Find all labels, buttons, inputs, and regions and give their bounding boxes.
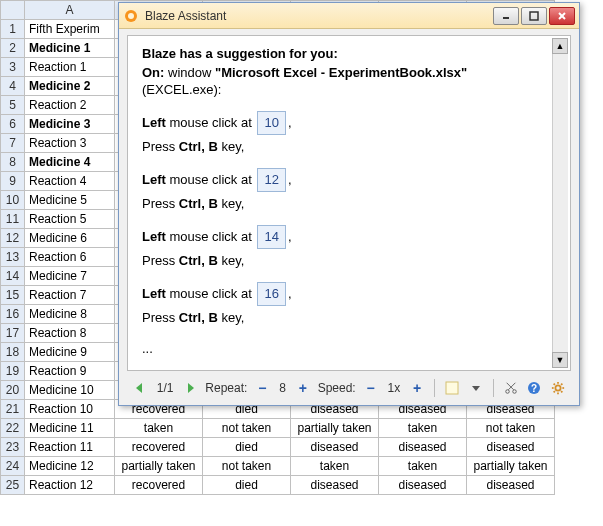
row-header[interactable]: 7 xyxy=(1,134,25,153)
cell[interactable]: taken xyxy=(379,457,467,476)
cell[interactable]: died xyxy=(203,476,291,495)
cell[interactable]: Medicine 2 xyxy=(25,77,115,96)
speed-minus[interactable]: − xyxy=(362,379,380,397)
cell[interactable]: diseased xyxy=(467,476,555,495)
cell[interactable]: Medicine 3 xyxy=(25,115,115,134)
step-click: Left mouse click at 14, xyxy=(142,225,556,249)
cell[interactable]: partially taken xyxy=(291,419,379,438)
note-icon[interactable] xyxy=(443,379,461,397)
svg-line-20 xyxy=(554,391,555,392)
step-number[interactable]: 14 xyxy=(257,225,285,249)
cell[interactable]: diseased xyxy=(379,476,467,495)
cell[interactable]: Medicine 7 xyxy=(25,267,115,286)
cell[interactable]: not taken xyxy=(467,419,555,438)
cell[interactable]: diseased xyxy=(291,476,379,495)
row-header[interactable]: 17 xyxy=(1,324,25,343)
cell[interactable]: Medicine 6 xyxy=(25,229,115,248)
cell[interactable]: Fifth Experim xyxy=(25,20,115,39)
help-icon[interactable]: ? xyxy=(525,379,543,397)
repeat-minus[interactable]: − xyxy=(253,379,271,397)
row-header[interactable]: 25 xyxy=(1,476,25,495)
scroll-down-button[interactable]: ▼ xyxy=(552,352,568,368)
cell[interactable]: diseased xyxy=(467,438,555,457)
cell[interactable]: Reaction 8 xyxy=(25,324,115,343)
row-header[interactable]: 22 xyxy=(1,419,25,438)
cell[interactable]: Reaction 4 xyxy=(25,172,115,191)
row-header[interactable]: 24 xyxy=(1,457,25,476)
gear-icon[interactable] xyxy=(549,379,567,397)
row-header[interactable]: 18 xyxy=(1,343,25,362)
step-number[interactable]: 24 xyxy=(257,371,285,372)
cell[interactable]: Reaction 10 xyxy=(25,400,115,419)
cell[interactable]: taken xyxy=(291,457,379,476)
maximize-button[interactable] xyxy=(521,7,547,25)
row-header[interactable]: 2 xyxy=(1,39,25,58)
cell[interactable]: Medicine 11 xyxy=(25,419,115,438)
row-header[interactable]: 14 xyxy=(1,267,25,286)
row-header[interactable]: 13 xyxy=(1,248,25,267)
close-button[interactable] xyxy=(549,7,575,25)
step-number[interactable]: 12 xyxy=(257,168,285,192)
row-header[interactable]: 20 xyxy=(1,381,25,400)
cell[interactable]: Reaction 2 xyxy=(25,96,115,115)
cell[interactable]: Reaction 9 xyxy=(25,362,115,381)
dropdown-icon[interactable] xyxy=(467,379,485,397)
titlebar[interactable]: Blaze Assistant xyxy=(119,3,579,29)
cell[interactable]: Reaction 12 xyxy=(25,476,115,495)
row-header[interactable]: 10 xyxy=(1,191,25,210)
row-header[interactable]: 9 xyxy=(1,172,25,191)
cell[interactable]: partially taken xyxy=(467,457,555,476)
cell[interactable]: taken xyxy=(115,419,203,438)
cell[interactable]: Medicine 5 xyxy=(25,191,115,210)
repeat-value: 8 xyxy=(277,381,288,395)
svg-point-13 xyxy=(556,385,561,390)
speed-plus[interactable]: + xyxy=(408,379,426,397)
row-header[interactable]: 12 xyxy=(1,229,25,248)
cell[interactable]: Reaction 11 xyxy=(25,438,115,457)
row-header[interactable]: 5 xyxy=(1,96,25,115)
row-header[interactable]: 6 xyxy=(1,115,25,134)
scissors-icon[interactable] xyxy=(502,379,520,397)
cell[interactable]: died xyxy=(203,438,291,457)
cell[interactable]: Reaction 1 xyxy=(25,58,115,77)
select-all-corner[interactable] xyxy=(1,1,25,20)
row-header[interactable]: 11 xyxy=(1,210,25,229)
cell[interactable]: Medicine 4 xyxy=(25,153,115,172)
next-button[interactable] xyxy=(182,379,200,397)
row-header[interactable]: 19 xyxy=(1,362,25,381)
cell[interactable]: diseased xyxy=(291,438,379,457)
cell[interactable]: Reaction 7 xyxy=(25,286,115,305)
row-header[interactable]: 16 xyxy=(1,305,25,324)
cell[interactable]: diseased xyxy=(379,438,467,457)
row-header[interactable]: 3 xyxy=(1,58,25,77)
scrollbar[interactable] xyxy=(552,38,568,368)
cell[interactable]: Medicine 8 xyxy=(25,305,115,324)
row-header[interactable]: 1 xyxy=(1,20,25,39)
cell[interactable]: recovered xyxy=(115,476,203,495)
page-indicator: 1/1 xyxy=(155,381,176,395)
cell[interactable]: Medicine 12 xyxy=(25,457,115,476)
cell[interactable]: not taken xyxy=(203,457,291,476)
step-number[interactable]: 10 xyxy=(257,111,285,135)
cell[interactable]: partially taken xyxy=(115,457,203,476)
row-header[interactable]: 4 xyxy=(1,77,25,96)
cell[interactable]: taken xyxy=(379,419,467,438)
step-number[interactable]: 16 xyxy=(257,282,285,306)
scroll-up-button[interactable]: ▲ xyxy=(552,38,568,54)
cell[interactable]: Medicine 9 xyxy=(25,343,115,362)
row-header[interactable]: 8 xyxy=(1,153,25,172)
row-header[interactable]: 15 xyxy=(1,286,25,305)
prev-button[interactable] xyxy=(131,379,149,397)
cell[interactable]: Reaction 6 xyxy=(25,248,115,267)
cell[interactable]: Medicine 10 xyxy=(25,381,115,400)
cell[interactable]: Reaction 5 xyxy=(25,210,115,229)
cell[interactable]: not taken xyxy=(203,419,291,438)
row-header[interactable]: 21 xyxy=(1,400,25,419)
cell[interactable]: Reaction 3 xyxy=(25,134,115,153)
cell[interactable]: recovered xyxy=(115,438,203,457)
column-header-a[interactable]: A xyxy=(25,1,115,20)
cell[interactable]: Medicine 1 xyxy=(25,39,115,58)
minimize-button[interactable] xyxy=(493,7,519,25)
row-header[interactable]: 23 xyxy=(1,438,25,457)
repeat-plus[interactable]: + xyxy=(294,379,312,397)
